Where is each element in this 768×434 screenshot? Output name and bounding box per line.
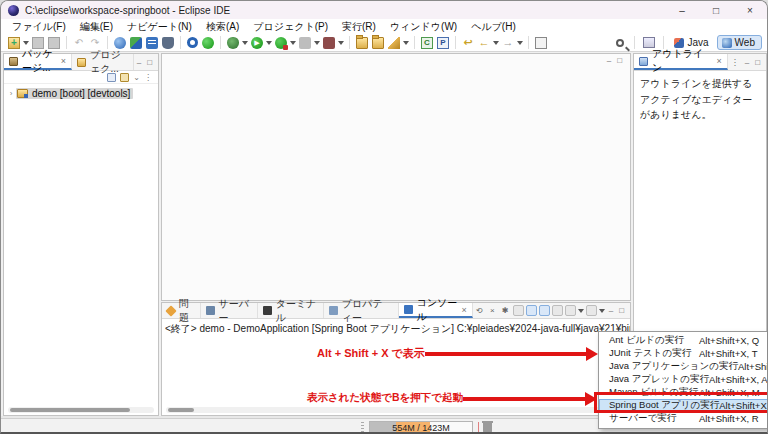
word-wrap-icon[interactable] xyxy=(539,305,550,316)
tree-selection[interactable]: demo [boot] [devtools] xyxy=(16,88,133,99)
link-with-editor-toggle-icon[interactable] xyxy=(120,73,129,82)
new-wizard-icon[interactable]: + xyxy=(8,37,20,49)
profile-dropdown-icon[interactable] xyxy=(314,41,320,45)
editor-minimize-icon[interactable]: – xyxy=(604,56,614,65)
menu-navigate[interactable]: ナビゲート(N) xyxy=(120,20,199,34)
web-browser-icon[interactable] xyxy=(114,37,126,49)
open-folder-icon[interactable] xyxy=(372,37,384,49)
tree-item-label: demo [boot] [devtools] xyxy=(32,88,130,99)
outline-maximize-icon[interactable]: □ xyxy=(752,58,763,67)
coverage-icon[interactable] xyxy=(323,37,335,49)
last-edit-location-icon[interactable]: ↩ xyxy=(462,37,474,49)
tab-outline-close-icon[interactable]: × xyxy=(716,56,721,66)
outline-minimize-icon[interactable]: – xyxy=(742,58,752,67)
left-panel-hscrollbar[interactable] xyxy=(8,407,154,413)
menu-window[interactable]: ウィンドウ(W) xyxy=(383,20,464,34)
minimize-button[interactable]: – xyxy=(665,1,699,19)
open-console-dropdown-icon[interactable] xyxy=(586,305,597,316)
menu-edit[interactable]: 編集(E) xyxy=(73,20,120,34)
console-hscrollbar[interactable] xyxy=(166,407,626,413)
scroll-lock-icon[interactable] xyxy=(526,305,537,316)
display-console-icon[interactable] xyxy=(565,305,576,316)
heap-status-widget[interactable]: 554M / 1423M xyxy=(369,421,473,434)
menu-item-junit-test[interactable]: JUnit テストの実行 Alt+Shift+X, T xyxy=(599,347,768,360)
menu-item-run-on-server[interactable]: サーバーで実行 Alt+Shift+X, R xyxy=(599,412,768,425)
stop-icon[interactable] xyxy=(513,305,524,316)
perspective-web-button[interactable]: Web xyxy=(717,35,762,50)
outline-view-menu-icon[interactable]: ⋮ xyxy=(728,58,742,67)
back-history-dropdown-icon[interactable] xyxy=(493,41,499,45)
view-menu-icon[interactable]: ⋮ xyxy=(144,73,152,82)
search-icon[interactable] xyxy=(616,39,624,47)
coverage-dropdown-icon[interactable] xyxy=(338,41,344,45)
tab-servers-label: サーバー xyxy=(219,297,252,325)
open-console-icon[interactable] xyxy=(146,37,158,49)
mark-occurrences-icon[interactable] xyxy=(388,37,400,49)
console-minimize-icon[interactable]: – xyxy=(606,306,616,315)
menu-run[interactable]: 実行(R) xyxy=(335,20,383,34)
menu-item-java-application[interactable]: Java アプリケーションの実行 Alt+Shift+X, J xyxy=(599,360,768,373)
undo-icon[interactable]: ↶ xyxy=(73,37,85,49)
display-console-dropdown-icon[interactable] xyxy=(578,309,584,313)
tab-console-close-icon[interactable]: × xyxy=(461,305,466,315)
maximize-button[interactable]: □ xyxy=(699,1,733,19)
menu-help[interactable]: ヘルプ(H) xyxy=(464,20,523,34)
console-hscroll-thumb[interactable] xyxy=(168,408,194,412)
tree-expander-icon[interactable]: › xyxy=(6,89,16,98)
menu-item-ant-build[interactable]: Ant ビルドの実行 Alt+Shift+X, Q xyxy=(599,334,768,347)
new-package-icon[interactable]: P xyxy=(437,37,449,49)
tab-problems[interactable]: 問題 xyxy=(162,303,201,318)
search-flashlight-icon[interactable] xyxy=(162,37,174,49)
start-server-icon[interactable] xyxy=(202,37,214,49)
run-dropdown-icon[interactable] xyxy=(266,41,272,45)
tab-close-icon[interactable]: × xyxy=(61,56,66,66)
mark-occurrences-dropdown-icon[interactable] xyxy=(403,41,409,45)
panel-maximize-icon[interactable]: □ xyxy=(144,58,155,67)
open-console-caret-icon[interactable] xyxy=(599,309,605,313)
menu-item-java-applet[interactable]: Java アプレットの実行 Alt+Shift+X, A xyxy=(599,373,768,386)
terminate-icon[interactable]: × xyxy=(487,305,498,316)
remove-launch-icon[interactable]: ⟲ xyxy=(474,305,485,316)
console-maximize-icon[interactable]: □ xyxy=(616,306,627,315)
pin-console-icon[interactable] xyxy=(552,305,563,316)
collapse-all-icon[interactable] xyxy=(107,73,116,82)
close-button[interactable]: × xyxy=(733,1,767,19)
tab-project-explorer[interactable]: プロジェク... xyxy=(72,54,134,70)
panel-minimize-icon[interactable]: – xyxy=(134,58,144,67)
editor-maximize-icon[interactable]: □ xyxy=(614,56,625,65)
external-tools-icon[interactable] xyxy=(275,37,287,49)
redo-icon[interactable]: ↷ xyxy=(89,37,101,49)
debug-icon[interactable] xyxy=(227,37,239,49)
remove-all-icon[interactable]: ✱ xyxy=(500,305,511,316)
annotation-press-b: 表示された状態でBを押下で起動 xyxy=(307,391,463,405)
run-icon[interactable]: ▶ xyxy=(251,37,263,49)
back-history-icon[interactable]: ← xyxy=(478,37,490,49)
run-shortcut-context-menu: Ant ビルドの実行 Alt+Shift+X, Q JUnit テストの実行 A… xyxy=(598,331,768,429)
link-with-editor-icon[interactable] xyxy=(535,37,547,49)
focus-icon[interactable]: ⌄ xyxy=(133,73,140,82)
menu-file[interactable]: ファイル(F) xyxy=(5,20,73,34)
profile-icon[interactable] xyxy=(299,37,311,49)
left-panel-hscroll-thumb[interactable] xyxy=(10,408,130,412)
run-garbage-collector-icon[interactable] xyxy=(483,423,492,433)
tab-outline[interactable]: アウトライン × xyxy=(634,54,728,70)
skip-breakpoints-icon[interactable] xyxy=(187,37,198,48)
tab-servers[interactable]: サーバー xyxy=(201,303,258,318)
new-class-icon[interactable]: C xyxy=(421,37,433,49)
forward-history-icon[interactable]: → xyxy=(502,37,514,49)
new-wizard-dropdown-icon[interactable] xyxy=(23,41,29,45)
tab-console[interactable]: コンソール × xyxy=(399,303,473,318)
menu-project[interactable]: プロジェクト(P) xyxy=(246,20,335,34)
tab-properties[interactable]: プロパティー xyxy=(324,303,399,318)
tab-terminal[interactable]: ターミナル xyxy=(258,303,324,318)
external-tools-dropdown-icon[interactable] xyxy=(290,41,296,45)
tab-package-explorer[interactable]: パッケージ... × xyxy=(4,54,72,70)
properties-icon xyxy=(329,306,338,315)
spring-project-icon xyxy=(17,89,28,98)
open-resource-icon[interactable] xyxy=(356,37,368,49)
tree-row[interactable]: › demo [boot] [devtools] xyxy=(6,87,156,100)
forward-history-dropdown-icon[interactable] xyxy=(517,41,523,45)
jee-icon[interactable] xyxy=(130,37,142,49)
menu-search[interactable]: 検索(A) xyxy=(199,20,246,34)
debug-dropdown-icon[interactable] xyxy=(242,41,248,45)
